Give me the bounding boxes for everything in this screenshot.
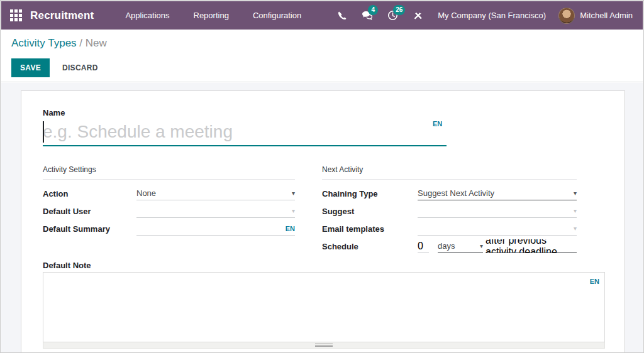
control-panel-divider — [1, 82, 643, 82]
suggest-row: Suggest ▾ — [322, 202, 577, 220]
default-summary-language-flag[interactable]: EN — [286, 225, 295, 232]
chevron-down-icon: ▾ — [574, 190, 577, 197]
suggest-select[interactable]: ▾ — [418, 204, 577, 218]
chaining-type-value: Suggest Next Activity — [418, 188, 571, 198]
apps-grid-icon — [10, 9, 22, 21]
activity-settings-group: Activity Settings Action None ▾ Default … — [43, 165, 295, 237]
action-row: Action None ▾ — [43, 185, 295, 202]
chevron-down-icon: ▾ — [574, 225, 577, 232]
action-value: None — [136, 188, 289, 198]
activities-badge: 26 — [393, 5, 405, 15]
chevron-down-icon: ▾ — [574, 207, 577, 214]
schedule-unit-select[interactable]: days ▾ — [438, 239, 483, 253]
user-name: Mitchell Admin — [580, 11, 633, 20]
name-field-wrap — [43, 119, 447, 146]
breadcrumb-activity-types[interactable]: Activity Types — [11, 37, 77, 49]
action-select[interactable]: None ▾ — [136, 187, 295, 200]
default-note-textarea[interactable]: EN — [43, 272, 605, 342]
nav-item-configuration[interactable]: Configuration — [244, 3, 310, 28]
default-note-label: Default Note — [43, 261, 91, 270]
next-activity-group: Next Activity Chaining Type Suggest Next… — [322, 165, 577, 255]
form-action-buttons: SAVE DISCARD — [11, 58, 102, 77]
activities-button[interactable]: 26 — [381, 1, 404, 30]
discard-button[interactable]: DISCARD — [58, 59, 102, 77]
suggest-label: Suggest — [322, 207, 418, 216]
default-summary-input[interactable]: EN — [136, 222, 295, 236]
apps-menu-button[interactable] — [1, 1, 30, 30]
schedule-number-value: 0 — [418, 241, 423, 252]
default-note-language-flag[interactable]: EN — [590, 278, 599, 285]
name-language-flag[interactable]: EN — [433, 120, 442, 128]
company-switcher[interactable]: My Company (San Francisco) — [431, 11, 556, 20]
schedule-label: Schedule — [322, 242, 418, 251]
breadcrumb-separator: / — [77, 37, 86, 49]
default-user-label: Default User — [43, 207, 136, 216]
schedule-number-input[interactable]: 0 — [418, 239, 429, 253]
default-note-resize-handle[interactable] — [43, 342, 605, 349]
phone-icon — [337, 11, 347, 21]
user-avatar — [558, 8, 575, 24]
next-activity-title: Next Activity — [322, 165, 577, 180]
form-sheet: Name EN Activity Settings Action None ▾ … — [21, 90, 625, 352]
chaining-type-label: Chaining Type — [322, 189, 418, 198]
control-panel: Activity Types / New SAVE DISCARD — [1, 30, 643, 82]
name-input[interactable] — [43, 119, 447, 145]
content-area: Name EN Activity Settings Action None ▾ … — [1, 83, 643, 352]
schedule-row: Schedule 0 days ▾ after previous activit… — [322, 237, 577, 255]
user-menu[interactable]: Mitchell Admin — [558, 8, 636, 24]
default-user-select[interactable]: ▾ — [136, 204, 295, 218]
schedule-delay-from-select[interactable]: after previous activity deadline — [486, 239, 577, 253]
action-label: Action — [43, 189, 136, 198]
email-templates-select[interactable]: ▾ — [418, 222, 577, 236]
breadcrumb: Activity Types / New — [11, 37, 107, 50]
chaining-type-select[interactable]: Suggest Next Activity ▾ — [418, 187, 577, 200]
messages-badge: 4 — [368, 5, 378, 15]
wrench-icon — [413, 10, 423, 21]
default-summary-label: Default Summary — [43, 224, 136, 234]
default-summary-row: Default Summary EN — [43, 220, 295, 237]
messages-button[interactable]: 4 — [356, 1, 379, 30]
debug-tools-button[interactable] — [406, 1, 429, 30]
save-button[interactable]: SAVE — [11, 58, 50, 77]
schedule-unit-value: days — [438, 241, 477, 251]
phone-button[interactable] — [331, 1, 353, 30]
nav-right-group: 4 26 My Company (San Francisco) Mitchel — [331, 1, 643, 30]
default-user-row: Default User ▾ — [43, 202, 295, 220]
chevron-down-icon: ▾ — [292, 207, 295, 214]
chaining-type-row: Chaining Type Suggest Next Activity ▾ — [322, 185, 577, 202]
chevron-down-icon: ▾ — [292, 190, 295, 197]
name-label: Name — [43, 108, 65, 117]
activity-settings-title: Activity Settings — [43, 165, 295, 180]
nav-menu: Applications Reporting Configuration — [116, 3, 310, 28]
nav-item-applications[interactable]: Applications — [116, 3, 178, 28]
top-navbar: Recruitment Applications Reporting Confi… — [1, 1, 643, 30]
schedule-delay-from-value: after previous activity deadline — [486, 239, 577, 253]
breadcrumb-current: New — [86, 37, 107, 49]
email-templates-label: Email templates — [322, 224, 418, 234]
nav-item-reporting[interactable]: Reporting — [185, 3, 238, 28]
text-cursor — [43, 121, 44, 143]
email-templates-row: Email templates ▾ — [322, 220, 577, 237]
resize-grip-icon — [315, 344, 333, 347]
app-title[interactable]: Recruitment — [30, 9, 94, 22]
chevron-down-icon: ▾ — [480, 242, 483, 249]
